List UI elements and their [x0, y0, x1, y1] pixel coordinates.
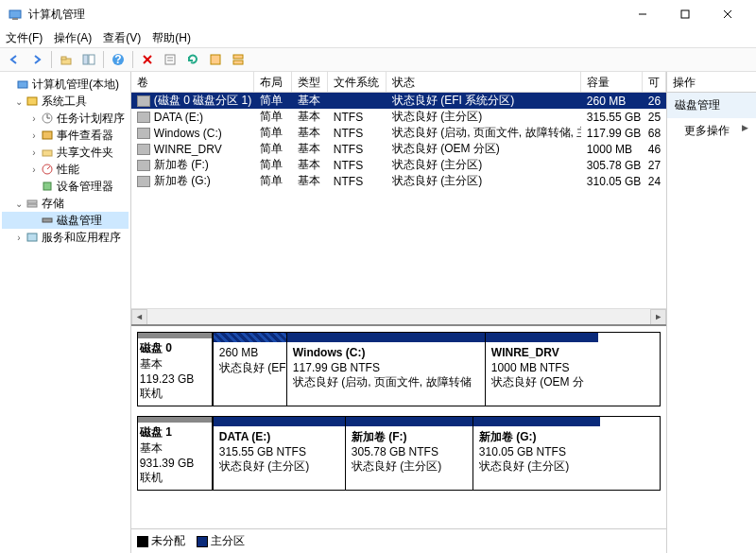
- disk-row: 磁盘 1基本931.39 GB联机DATA (E:)315.55 GB NTFS…: [137, 416, 661, 491]
- content-area: 卷 布局 类型 文件系统 状态 容量 可 (磁盘 0 磁盘分区 1)简单基本状态…: [131, 72, 667, 553]
- svg-rect-9: [89, 55, 94, 64]
- menu-action[interactable]: 操作(A): [54, 30, 92, 46]
- actions-disk-mgmt[interactable]: 磁盘管理: [667, 93, 756, 118]
- partition[interactable]: DATA (E:)315.55 GB NTFS状态良好 (主分区): [213, 417, 345, 490]
- back-button[interactable]: [4, 49, 25, 70]
- volume-row[interactable]: DATA (E:)简单基本NTFS状态良好 (主分区)315.55 GB25: [131, 109, 666, 125]
- disk-row: 磁盘 0基本119.23 GB联机260 MB状态良好 (EFI 系Window…: [137, 332, 661, 406]
- svg-rect-8: [83, 55, 88, 64]
- svg-rect-30: [27, 200, 37, 203]
- legend-unallocated: 未分配: [137, 533, 185, 549]
- volume-icon: [137, 144, 150, 155]
- partition[interactable]: WINRE_DRV1000 MB NTFS状态良好 (OEM 分: [485, 333, 598, 406]
- volume-icon: [137, 128, 150, 139]
- col-capacity[interactable]: 容量: [581, 72, 643, 92]
- horizontal-scrollbar[interactable]: ◄ ►: [131, 308, 666, 324]
- svg-rect-0: [9, 10, 21, 18]
- up-button[interactable]: [56, 49, 77, 70]
- partition[interactable]: 新加卷 (F:)305.78 GB NTFS状态良好 (主分区): [345, 417, 472, 490]
- list-view-button[interactable]: [205, 49, 226, 70]
- tree-services-apps[interactable]: ›服务和应用程序: [2, 229, 129, 246]
- volume-row[interactable]: 新加卷 (F:)简单基本NTFS状态良好 (主分区)305.78 GB27: [131, 157, 666, 173]
- disk-info[interactable]: 磁盘 0基本119.23 GB联机: [137, 332, 213, 406]
- tree-device-manager[interactable]: 设备管理器: [2, 178, 129, 195]
- col-fs[interactable]: 文件系统: [328, 72, 387, 92]
- partition[interactable]: 260 MB状态良好 (EFI 系: [213, 333, 286, 406]
- col-layout[interactable]: 布局: [254, 72, 292, 92]
- help-button[interactable]: ?: [108, 49, 129, 70]
- menubar: 文件(F) 操作(A) 查看(V) 帮助(H): [0, 28, 756, 47]
- scroll-left-button[interactable]: ◄: [131, 309, 147, 325]
- tree-shared-folders[interactable]: ›共享文件夹: [2, 144, 129, 161]
- window-title: 计算机管理: [28, 7, 621, 23]
- svg-rect-25: [43, 131, 52, 139]
- col-status[interactable]: 状态: [387, 72, 581, 92]
- volume-row[interactable]: (磁盘 0 磁盘分区 1)简单基本状态良好 (EFI 系统分区)260 MB26: [131, 93, 666, 109]
- volume-row[interactable]: 新加卷 (G:)简单基本NTFS状态良好 (主分区)310.05 GB24: [131, 173, 666, 189]
- properties-button[interactable]: [160, 49, 180, 70]
- actions-more[interactable]: 更多操作▶: [667, 118, 756, 144]
- tree-task-scheduler[interactable]: ›任务计划程序: [2, 110, 129, 127]
- svg-rect-21: [27, 97, 37, 105]
- svg-rect-3: [681, 10, 689, 18]
- actions-header: 操作: [667, 72, 756, 93]
- navigation-tree: 计算机管理(本地) ⌄系统工具 ›任务计划程序 ›事件查看器 ›共享文件夹 ›性…: [0, 72, 131, 553]
- tree-root[interactable]: 计算机管理(本地): [2, 76, 129, 93]
- partition[interactable]: 新加卷 (G:)310.05 GB NTFS状态良好 (主分区): [472, 417, 600, 490]
- titlebar: 计算机管理: [0, 0, 756, 28]
- volume-row[interactable]: Windows (C:)简单基本NTFS状态良好 (启动, 页面文件, 故障转储…: [131, 125, 666, 141]
- tree-system-tools[interactable]: ⌄系统工具: [2, 93, 129, 110]
- legend-primary: 主分区: [197, 533, 245, 549]
- volume-list: 卷 布局 类型 文件系统 状态 容量 可 (磁盘 0 磁盘分区 1)简单基本状态…: [131, 72, 666, 308]
- actions-pane: 操作 磁盘管理 更多操作▶: [667, 72, 756, 553]
- svg-rect-26: [43, 150, 52, 156]
- svg-rect-1: [12, 18, 18, 20]
- partition[interactable]: Windows (C:)117.99 GB NTFS状态良好 (启动, 页面文件…: [286, 333, 485, 406]
- tree-event-viewer[interactable]: ›事件查看器: [2, 127, 129, 144]
- volume-icon: [137, 160, 150, 171]
- col-free[interactable]: 可: [643, 72, 666, 92]
- svg-rect-33: [27, 233, 37, 241]
- svg-rect-20: [18, 81, 27, 88]
- tree-storage[interactable]: ⌄存储: [2, 195, 129, 212]
- svg-rect-17: [211, 55, 220, 64]
- legend: 未分配 主分区: [131, 528, 666, 553]
- tree-performance[interactable]: ›性能: [2, 161, 129, 178]
- close-button[interactable]: [706, 0, 748, 28]
- menu-file[interactable]: 文件(F): [6, 30, 43, 46]
- tree-disk-management[interactable]: 磁盘管理: [2, 212, 129, 229]
- svg-rect-7: [61, 57, 66, 60]
- svg-text:?: ?: [114, 53, 121, 66]
- app-icon: [8, 7, 23, 22]
- disk-info[interactable]: 磁盘 1基本931.39 GB联机: [137, 416, 213, 491]
- minimize-button[interactable]: [621, 0, 663, 28]
- svg-rect-32: [43, 218, 52, 222]
- show-hide-tree-button[interactable]: [78, 49, 99, 70]
- volume-row[interactable]: WINRE_DRV简单基本NTFS状态良好 (OEM 分区)1000 MB46: [131, 141, 666, 157]
- menu-help[interactable]: 帮助(H): [152, 30, 191, 46]
- delete-button[interactable]: [137, 49, 158, 70]
- maximize-button[interactable]: [663, 0, 706, 28]
- volume-list-header: 卷 布局 类型 文件系统 状态 容量 可: [131, 72, 666, 93]
- col-volume[interactable]: 卷: [131, 72, 254, 92]
- menu-view[interactable]: 查看(V): [103, 30, 141, 46]
- col-type[interactable]: 类型: [292, 72, 328, 92]
- refresh-button[interactable]: [182, 49, 203, 70]
- volume-icon: [137, 112, 150, 123]
- toolbar: ?: [0, 47, 756, 72]
- svg-rect-18: [233, 55, 243, 59]
- svg-rect-14: [165, 55, 175, 64]
- detail-view-button[interactable]: [228, 49, 249, 70]
- svg-rect-29: [43, 182, 51, 190]
- scroll-right-button[interactable]: ►: [650, 309, 666, 325]
- disk-graphical-view: 磁盘 0基本119.23 GB联机260 MB状态良好 (EFI 系Window…: [131, 324, 666, 528]
- svg-rect-31: [27, 204, 37, 207]
- svg-rect-19: [233, 60, 243, 64]
- forward-button[interactable]: [26, 49, 47, 70]
- volume-icon: [137, 95, 150, 107]
- volume-icon: [137, 176, 150, 187]
